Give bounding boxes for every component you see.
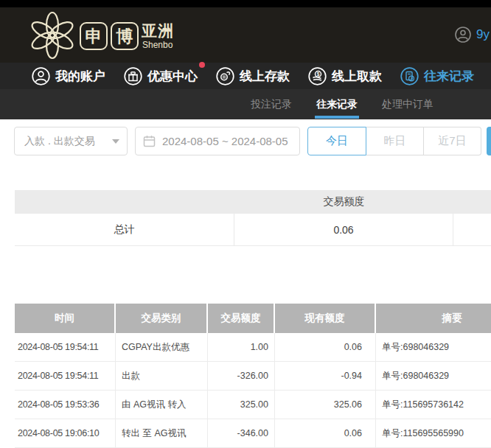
today-button[interactable]: 今日 (307, 127, 366, 155)
nav-label: 我的账户 (55, 68, 105, 85)
svg-text:$: $ (317, 71, 320, 77)
cell-memo: 单号:115695565990 (376, 419, 491, 447)
main-nav: 我的账户 优惠中心 线上存款 (0, 63, 491, 89)
cell-type: 转出 至 AG视讯 (116, 419, 208, 447)
promotions-icon (124, 67, 142, 85)
cell-time: 2024-08-05 19:54:11 (15, 362, 116, 390)
cell-balance: 0.06 (275, 333, 376, 361)
transaction-type-value: 入款 . 出款交易 (24, 135, 112, 148)
logo-char-shen: 申 (80, 22, 108, 50)
records-icon (400, 67, 419, 85)
page: 申 博 亚洲 Shenbo 9y 我的账户 (0, 0, 491, 448)
tab-betting-records[interactable]: 投注记录 (251, 89, 292, 119)
record-subtabs: 投注记录 往来记录 处理中订单 (0, 89, 491, 119)
lotus-logo-icon (27, 10, 78, 61)
nav-item-my-account[interactable]: 我的账户 (32, 67, 105, 85)
cell-type: 出款 (116, 362, 208, 390)
username-text[interactable]: 9y (476, 27, 490, 42)
cell-amount: 1.00 (208, 333, 275, 361)
notification-dot (199, 62, 205, 68)
transaction-type-select[interactable]: 入款 . 出款交易 (14, 127, 128, 155)
nav-label: 线上存款 (240, 68, 290, 85)
table-row: 2024-08-05 19:53:36 由 AG视讯 转入 325.00 325… (15, 391, 491, 419)
summary-header-amount: 交易额度 (234, 195, 453, 209)
calendar-icon (143, 135, 156, 147)
avatar-icon (455, 27, 471, 43)
tab-processing-orders[interactable]: 处理中订单 (382, 89, 433, 119)
withdraw-icon: $ (308, 67, 327, 85)
cell-balance: 325.06 (275, 391, 376, 419)
cell-memo: 单号:698046329 (376, 333, 491, 361)
summary-header-row: 交易额度 (15, 190, 491, 214)
table-row: 2024-08-05 19:54:11 CGPAY出款优惠 1.00 0.06 … (15, 333, 491, 362)
tab-transaction-records[interactable]: 往来记录 (316, 89, 358, 119)
transactions-table: 时间 交易类别 交易额度 现有额度 摘要 2024-08-05 19:54:11… (15, 304, 491, 448)
nav-item-online-deposit[interactable]: 线上存款 (216, 67, 290, 85)
nav-item-transaction-records[interactable]: 往来记录 (400, 67, 474, 85)
table-row: 2024-08-05 19:06:10 转出 至 AG视讯 -346.00 0.… (15, 419, 491, 448)
logo-region-text: 亚洲 (142, 21, 174, 41)
cell-memo: 单号:698046329 (376, 362, 491, 390)
top-strip (0, 0, 491, 7)
cell-amount: 325.00 (208, 391, 275, 419)
last7days-button[interactable]: 近7日 (424, 127, 481, 155)
cell-time: 2024-08-05 19:06:10 (15, 419, 116, 447)
col-header-amount: 交易额度 (208, 304, 275, 333)
col-header-balance: 现有额度 (275, 304, 376, 333)
summary-table: 交易额度 总计 0.06 (15, 190, 491, 246)
logo-char-bo: 博 (111, 22, 139, 50)
cell-balance: -0.94 (275, 362, 376, 390)
summary-total-value: 0.06 (234, 214, 453, 245)
col-header-memo: 摘要 (376, 304, 491, 333)
cell-balance: 0.06 (275, 419, 376, 447)
cell-amount: -326.00 (208, 362, 275, 390)
cell-amount: -346.00 (208, 419, 275, 447)
user-area[interactable]: 9y (455, 27, 490, 43)
date-range-value: 2024-08-05 ~ 2024-08-05 (162, 135, 288, 147)
logo-subtitle: Shenbo (142, 40, 173, 50)
col-header-type: 交易类别 (116, 304, 208, 333)
nav-label: 线上取款 (332, 68, 382, 85)
nav-label: 往来记录 (424, 68, 474, 85)
nav-label: 优惠中心 (147, 68, 198, 85)
chevron-down-icon (112, 139, 119, 144)
date-range-picker[interactable]: 2024-08-05 ~ 2024-08-05 (135, 127, 300, 155)
cell-type: CGPAY出款优惠 (116, 333, 208, 361)
cell-type: 由 AG视讯 转入 (116, 391, 208, 419)
cell-memo: 单号:115695736142 (376, 391, 491, 419)
table-header-row: 时间 交易类别 交易额度 现有额度 摘要 (15, 304, 491, 333)
summary-total-label: 总计 (15, 214, 234, 245)
cell-time: 2024-08-05 19:54:11 (15, 333, 116, 361)
search-button[interactable] (487, 127, 491, 155)
nav-item-promotions[interactable]: 优惠中心 (124, 67, 198, 85)
deposit-icon (216, 67, 234, 85)
table-row: 2024-08-05 19:54:11 出款 -326.00 -0.94 单号:… (15, 362, 491, 391)
account-icon (32, 67, 50, 85)
nav-item-online-withdraw[interactable]: $ 线上取款 (308, 67, 382, 85)
filter-row: 入款 . 出款交易 2024-08-05 ~ 2024-08-05 今日 昨日 … (0, 127, 491, 155)
summary-total-row: 总计 0.06 (15, 214, 491, 246)
yesterday-button[interactable]: 昨日 (366, 127, 424, 155)
col-header-time: 时间 (15, 304, 116, 333)
cell-time: 2024-08-05 19:53:36 (15, 391, 116, 419)
brand-header: 申 博 亚洲 Shenbo 9y (0, 7, 491, 63)
quick-date-buttons: 今日 昨日 近7日 (307, 127, 481, 155)
